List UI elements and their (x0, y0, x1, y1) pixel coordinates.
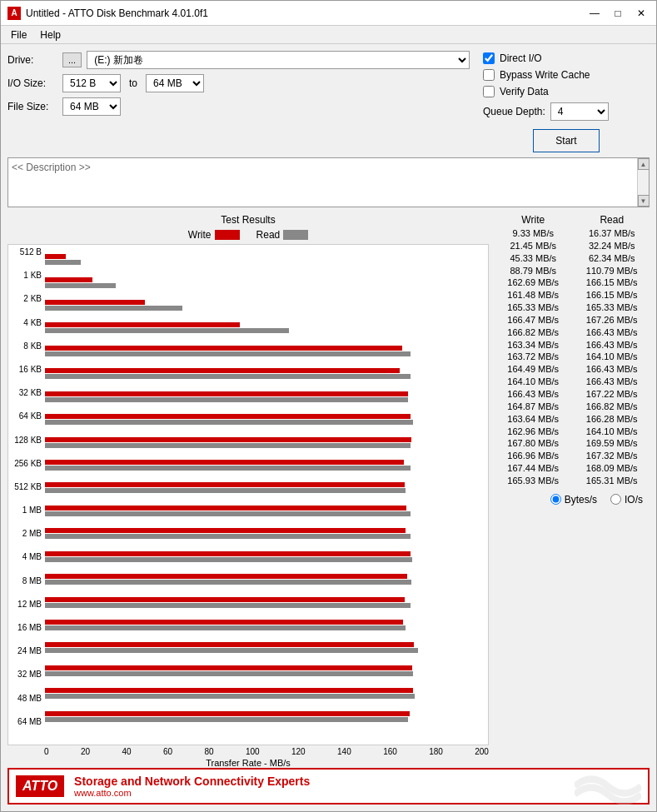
app-icon: A (7, 7, 21, 20)
minimize-button[interactable]: — (586, 5, 603, 22)
io-size-from-select[interactable]: 512 B (62, 74, 121, 92)
bytes-radio-item: Bytes/s (550, 494, 597, 506)
queue-depth-select[interactable]: 4 (550, 102, 609, 121)
queue-depth-label: Queue Depth: (483, 106, 545, 117)
bar-group (45, 597, 485, 608)
bar-row (45, 454, 485, 476)
close-button[interactable]: ✕ (633, 5, 650, 22)
table-row: 88.79 MB/s 110.79 MB/s (495, 265, 650, 277)
write-bar (45, 391, 408, 396)
x-axis-tick: 140 (337, 747, 351, 756)
table-row: 166.82 MB/s 166.43 MB/s (495, 326, 650, 339)
drive-browse-button[interactable]: ... (62, 52, 82, 67)
left-controls: Drive: ... (E:) 新加卷 I/O Size: 512 B to 6… (7, 51, 470, 152)
bar-row (45, 590, 485, 613)
file-size-label: File Size: (7, 101, 57, 112)
y-axis-label: 4 MB (12, 553, 42, 561)
bar-row (45, 271, 485, 293)
write-bar (45, 620, 403, 625)
scroll-up-button[interactable]: ▲ (638, 158, 650, 170)
y-axis-label: 2 KB (12, 295, 42, 303)
read-bar (45, 420, 413, 425)
scroll-down-button[interactable]: ▼ (638, 195, 650, 207)
chart-section: Test Results Write Read 512 B1 KB2 KB4 K… (7, 214, 650, 768)
table-row: 166.47 MB/s 167.26 MB/s (495, 314, 650, 326)
bar-group (45, 620, 485, 630)
bar-row (45, 431, 485, 453)
bar-group (45, 277, 485, 288)
read-bar (45, 374, 411, 379)
read-bar (45, 260, 81, 265)
file-size-select[interactable]: 64 MB (62, 97, 121, 116)
table-row: 45.33 MB/s 62.34 MB/s (495, 252, 650, 265)
bar-row (45, 500, 485, 522)
chart-area: Test Results Write Read 512 B1 KB2 KB4 K… (7, 214, 489, 768)
window-controls: — □ ✕ (586, 5, 650, 22)
write-bar (45, 277, 92, 282)
table-row: 165.33 MB/s 165.33 MB/s (495, 301, 650, 314)
read-value: 62.34 MB/s (579, 252, 645, 265)
direct-io-checkbox[interactable] (483, 52, 495, 64)
bar-group (45, 482, 485, 493)
atto-url: www.atto.com (74, 788, 575, 798)
bar-group (45, 322, 485, 333)
bar-group (45, 688, 485, 699)
menu-file[interactable]: File (4, 27, 33, 42)
bars-area (45, 248, 485, 728)
bypass-write-checkbox[interactable] (483, 69, 495, 81)
col-read-header: Read (579, 214, 645, 226)
read-value: 110.79 MB/s (579, 265, 645, 277)
verify-data-checkbox[interactable] (483, 86, 495, 97)
write-bar (45, 322, 240, 327)
title-bar: A Untitled - ATTO Disk Benchmark 4.01.0f… (1, 1, 656, 26)
io-size-to-select[interactable]: 64 MB (146, 74, 204, 92)
table-row: 166.96 MB/s 167.32 MB/s (495, 450, 650, 462)
read-bar (45, 397, 408, 402)
bypass-write-row: Bypass Write Cache (483, 69, 650, 81)
ios-radio[interactable] (610, 494, 621, 505)
bar-group (45, 300, 485, 311)
start-button[interactable]: Start (533, 129, 600, 152)
bar-group (45, 368, 485, 379)
read-bar (45, 694, 415, 699)
x-axis-tick: 40 (122, 747, 131, 756)
read-bar (45, 488, 406, 493)
x-axis-tick: 180 (429, 747, 443, 756)
bar-row (45, 568, 485, 590)
menu-bar: File Help (1, 26, 656, 44)
write-value: 165.93 MB/s (500, 475, 566, 487)
bar-row (45, 705, 485, 727)
ios-radio-item: IO/s (610, 494, 643, 506)
main-area: Drive: ... (E:) 新加卷 I/O Size: 512 B to 6… (1, 44, 656, 811)
maximize-button[interactable]: □ (610, 5, 626, 22)
write-value: 167.44 MB/s (500, 462, 566, 475)
read-bar (45, 648, 418, 653)
legend-read-label: Read (256, 229, 281, 241)
y-axis-label: 4 KB (12, 319, 42, 327)
table-row: 166.43 MB/s 167.22 MB/s (495, 388, 650, 401)
menu-help[interactable]: Help (33, 27, 67, 42)
table-row: 9.33 MB/s 16.37 MB/s (495, 227, 650, 240)
read-bar (45, 534, 411, 539)
y-axis-label: 12 MB (12, 600, 42, 609)
read-bar (45, 351, 411, 356)
write-value: 164.87 MB/s (500, 401, 566, 413)
bytes-radio[interactable] (550, 494, 561, 505)
y-axis-label: 16 KB (12, 366, 42, 374)
write-value: 164.10 MB/s (500, 376, 566, 388)
table-row: 163.34 MB/s 166.43 MB/s (495, 339, 650, 351)
read-bar (45, 671, 413, 676)
table-row: 21.45 MB/s 32.24 MB/s (495, 240, 650, 252)
write-value: 166.47 MB/s (500, 314, 566, 326)
read-value: 167.22 MB/s (579, 388, 645, 401)
read-value: 166.15 MB/s (579, 276, 645, 289)
write-bar (45, 506, 406, 511)
read-value: 165.31 MB/s (579, 475, 645, 487)
bar-group (45, 391, 485, 402)
bar-group (45, 711, 485, 722)
table-row: 164.10 MB/s 166.43 MB/s (495, 376, 650, 388)
read-value: 32.24 MB/s (579, 240, 645, 252)
description-scrollbar: ▲ ▼ (637, 158, 649, 207)
drive-select[interactable]: (E:) 新加卷 (87, 51, 470, 69)
table-row: 167.44 MB/s 168.09 MB/s (495, 462, 650, 475)
